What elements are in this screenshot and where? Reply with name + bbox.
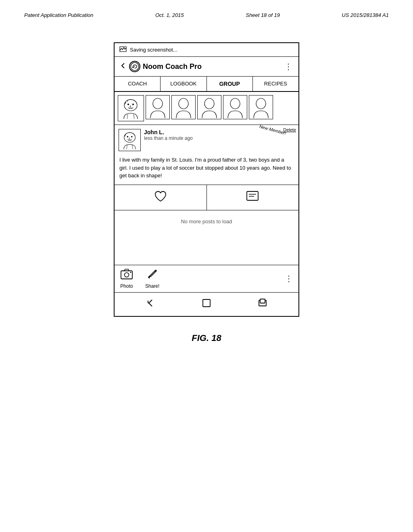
svg-point-26 (130, 272, 131, 273)
svg-point-13 (230, 98, 240, 109)
home-nav-button[interactable] (201, 297, 212, 311)
tab-bar: COACH LOGBOOK GROUP RECIPES (115, 77, 298, 92)
nav-bar (115, 293, 298, 316)
avatar-2[interactable] (146, 95, 170, 119)
screenshot-icon (119, 46, 127, 53)
app-header: Noom Coach Pro ⋮ (115, 57, 298, 77)
app-title-area: Noom Coach Pro (120, 61, 202, 72)
photo-label: Photo (120, 283, 133, 289)
patent-sheet: Sheet 18 of 19 (246, 12, 280, 18)
status-bar-text: Saving screenshot... (130, 47, 177, 53)
svg-point-4 (127, 104, 129, 105)
toolbar-more-icon[interactable]: ⋮ (285, 274, 293, 283)
figure-caption: FIG. 18 (192, 333, 221, 343)
post-time: less than a minute ago (144, 135, 294, 141)
app-logo (129, 61, 140, 72)
share-label: Share! (145, 283, 159, 289)
tab-recipes[interactable]: RECIPES (253, 77, 298, 91)
svg-rect-30 (260, 299, 265, 303)
camera-icon (120, 268, 133, 283)
share-button[interactable]: Share! (145, 268, 159, 289)
avatar-3[interactable] (171, 95, 196, 119)
no-more-posts-text: No more posts to load (115, 210, 298, 233)
post-header: John L. less than a minute ago New Membe… (115, 125, 298, 154)
back-button[interactable] (120, 62, 127, 71)
svg-point-25 (125, 272, 129, 277)
avatar-4[interactable] (197, 95, 221, 119)
photo-button[interactable]: Photo (120, 268, 133, 289)
back-nav-button[interactable] (145, 297, 156, 311)
avatar-main[interactable] (118, 95, 144, 121)
svg-line-27 (155, 271, 156, 272)
tab-coach[interactable]: COACH (115, 77, 161, 91)
patent-header: Patent Application Publication Oct. 1, 2… (0, 0, 413, 26)
patent-left: Patent Application Publication (24, 12, 94, 18)
svg-rect-28 (203, 299, 210, 307)
pencil-icon (147, 268, 158, 283)
svg-point-5 (132, 104, 134, 105)
svg-point-14 (256, 98, 266, 109)
delete-button[interactable]: Delete (283, 127, 296, 132)
main-content: Saving screenshot... Noom Coach Pro (0, 26, 413, 343)
tab-group[interactable]: GROUP (207, 77, 253, 91)
status-bar: Saving screenshot... (115, 43, 298, 57)
heart-icon (154, 191, 167, 204)
svg-point-17 (131, 136, 132, 137)
avatars-row (115, 92, 298, 125)
comment-icon (246, 191, 259, 204)
post-card: John L. less than a minute ago New Membe… (115, 125, 298, 210)
patent-number: US 2015/281384 A1 (342, 12, 389, 18)
svg-rect-21 (247, 191, 258, 200)
svg-point-16 (127, 136, 128, 137)
phone-frame: Saving screenshot... Noom Coach Pro (114, 42, 299, 317)
like-button[interactable] (115, 185, 207, 210)
avatar-6[interactable] (249, 95, 273, 119)
empty-space (115, 233, 298, 265)
svg-point-11 (179, 98, 188, 109)
avatar-5[interactable] (223, 95, 247, 119)
svg-point-12 (204, 98, 214, 109)
post-body: I live with my family in St. Louis. I'm … (115, 154, 298, 185)
patent-date: Oct. 1, 2015 (155, 12, 184, 18)
comment-button[interactable] (207, 185, 299, 210)
recents-nav-button[interactable] (257, 297, 268, 311)
header-menu-icon[interactable]: ⋮ (284, 62, 293, 71)
app-title: Noom Coach Pro (143, 62, 202, 71)
post-avatar (119, 129, 141, 151)
post-actions (115, 185, 298, 210)
tab-logbook[interactable]: LOGBOOK (161, 77, 206, 91)
svg-point-10 (153, 98, 163, 109)
bottom-toolbar: Photo Share! ⋮ (115, 265, 298, 293)
